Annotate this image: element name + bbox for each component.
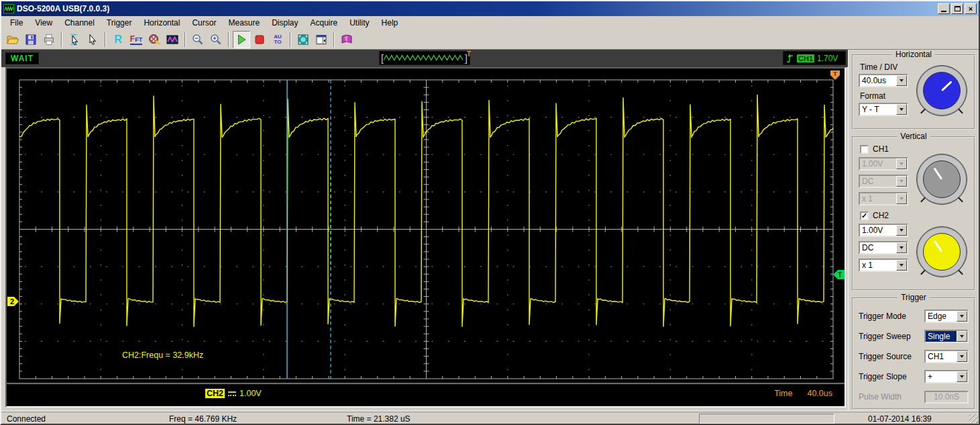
dropdown-button[interactable] [896,158,907,169]
pointer-icon [86,33,99,46]
chevron-down-icon [900,162,904,165]
run-button[interactable] [233,31,250,48]
vertical-group: Vertical CH1 1.00V DC x 1 [852,136,975,291]
ch1-volt-select[interactable]: 1.00V [859,157,908,171]
toolbar-separator [290,32,291,47]
scope-graticule[interactable]: 2 T T [7,68,845,383]
control-panel: Horizontal Time / DIV 40.0us Format Y - … [848,50,979,411]
menu-file[interactable]: File [4,17,29,29]
ch1-knob-face [923,160,961,198]
dropdown-button[interactable] [896,193,907,204]
dropdown-button[interactable] [896,176,907,187]
run-icon [235,33,248,46]
menu-display[interactable]: Display [266,17,304,29]
close-button[interactable]: × [965,3,977,14]
knob-notch [958,109,963,114]
channel-readout-strip: CH2 1.00V Time 40.0us [7,383,845,406]
save-button[interactable] [22,31,40,48]
trigger-mode-label: Trigger Mode [859,312,924,321]
display-mode-button[interactable] [294,31,312,48]
refresh-button[interactable]: R [109,31,127,48]
print-button[interactable] [40,31,58,48]
dropdown-button[interactable] [957,371,967,382]
menu-measure[interactable]: Measure [222,17,266,29]
app-window: DSO-5200A USB(7.0.0.3) × FileViewChannel… [0,0,980,425]
cursor-measure-button[interactable] [66,31,83,48]
scope-display-panel[interactable]: 2 T T CH2:Frequ = 32.9kHz CH2 1.00V Time… [5,67,846,408]
menu-horizontal[interactable]: Horizontal [138,17,186,29]
ch2-level-marker[interactable]: 2 [7,297,19,306]
zoom-in-button[interactable] [207,31,225,48]
auto-set-button[interactable]: AUTO [269,31,286,48]
record-button[interactable] [146,31,163,48]
trigger-mode-select[interactable]: Edge [924,310,969,323]
waveform-preview[interactable]: [ ] T [379,51,470,65]
dropdown-button[interactable] [896,225,907,236]
ch2-volt-select[interactable]: 1.00V [859,224,908,237]
fft-button[interactable]: FFT [127,31,145,48]
dropdown-button[interactable] [896,75,907,86]
rising-edge-icon [786,53,794,64]
knob-notch [958,197,963,203]
horizontal-knob[interactable] [916,65,967,116]
ch1-probe-select[interactable]: x 1 [859,192,908,205]
display-mode-icon [296,33,310,46]
menu-utility[interactable]: Utility [343,17,375,29]
trigger-level-marker[interactable]: T [833,270,845,279]
dropdown-button[interactable] [896,104,907,115]
printer-icon [42,33,56,46]
pointer-button[interactable] [84,31,101,48]
stop-button[interactable] [251,31,268,48]
pulse-width-field[interactable]: 10.0nS [924,391,969,404]
datetime: 01-07-2014 16:39 [868,414,932,424]
minimize-button[interactable] [938,3,950,14]
ch2-vertical-knob[interactable] [916,226,967,277]
time-div-select[interactable]: 40.0us [859,74,908,87]
menu-acquire[interactable]: Acquire [305,17,344,29]
fft-icon: FFT [130,34,142,45]
help-button[interactable]: ? [338,31,356,48]
ch1-vertical-knob[interactable] [916,154,967,205]
dropdown-button[interactable] [957,351,967,362]
knob-notch [958,270,963,275]
preview-left-bracket: [ [381,52,384,64]
maximize-button[interactable] [951,3,963,14]
menu-cursor[interactable]: Cursor [186,17,222,29]
ch2-checkbox[interactable]: ✓ [860,211,869,220]
resize-grip[interactable] [969,414,978,423]
svg-text:T: T [833,70,837,77]
dropdown-button[interactable] [957,311,967,322]
trigger-slope-select[interactable]: + [924,370,969,383]
freq-readout: Freq = 46.769 KHz [169,414,237,424]
title-bar[interactable]: DSO-5200A USB(7.0.0.3) × [1,1,979,16]
menu-channel[interactable]: Channel [58,17,101,29]
ch1-coupling-select[interactable]: DC [859,175,908,188]
chevron-down-icon [960,355,964,358]
menu-view[interactable]: View [29,17,58,29]
toolbar-separator [228,32,229,47]
zoom-out-button[interactable] [189,31,207,48]
trigger-time-marker[interactable]: T [830,70,840,80]
ch1-checkbox[interactable] [860,145,869,154]
zoom-out-icon [191,33,205,46]
connection-status: Connected [7,414,46,424]
format-select[interactable]: Y - T [859,103,908,116]
trigger-group-title: Trigger [897,293,930,302]
zoom-in-icon [209,33,223,46]
menu-help[interactable]: Help [376,17,404,29]
dropdown-button[interactable] [896,242,907,253]
dropdown-button[interactable] [896,260,907,271]
ch2-coupling-select[interactable]: DC [859,241,908,254]
dropdown-button[interactable] [957,331,967,342]
close-icon: × [969,5,973,13]
window-layout-button[interactable] [313,31,330,48]
waveform-view-button[interactable] [164,31,181,48]
open-button[interactable] [4,31,21,48]
trigger-source-select[interactable]: CH1 [924,350,969,363]
knob-notch [920,197,926,203]
knob-notch [920,109,926,114]
trigger-sweep-select[interactable]: Single [924,330,969,343]
menu-trigger[interactable]: Trigger [101,17,138,29]
ch2-probe-select[interactable]: x 1 [859,258,908,272]
vertical-group-title: Vertical [897,132,930,141]
